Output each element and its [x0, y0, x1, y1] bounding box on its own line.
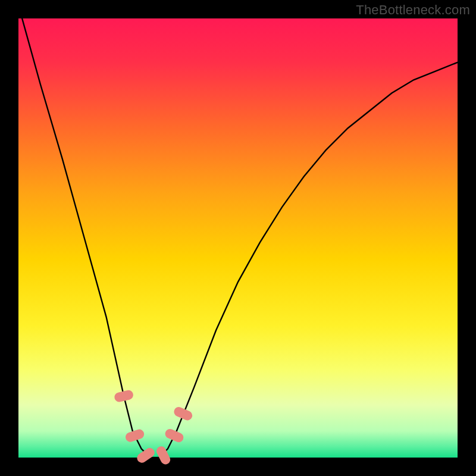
chart-svg: [0, 0, 476, 476]
chart-frame: TheBottleneck.com: [0, 0, 476, 476]
watermark-text: TheBottleneck.com: [356, 2, 470, 18]
